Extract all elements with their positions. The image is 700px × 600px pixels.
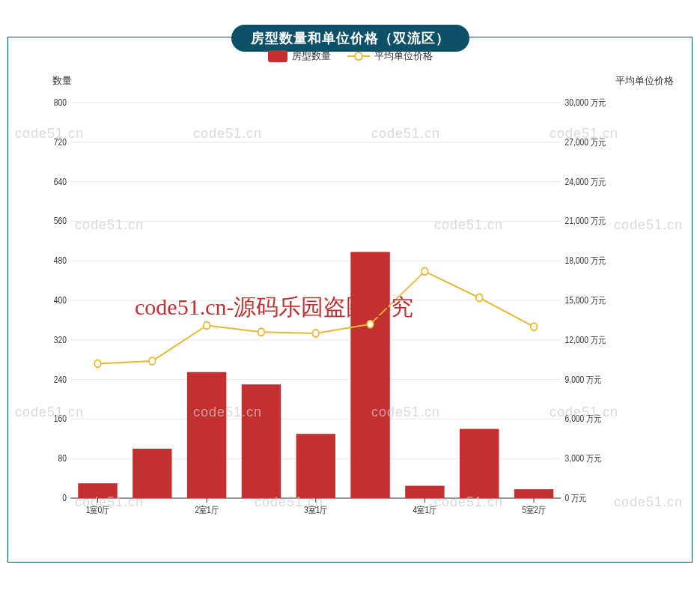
svg-text:0: 0	[62, 493, 67, 503]
svg-text:12,000 万元: 12,000 万元	[565, 335, 606, 345]
line-point[interactable]	[94, 360, 101, 367]
svg-text:400: 400	[54, 295, 67, 305]
svg-text:27,000 万元: 27,000 万元	[565, 137, 606, 147]
svg-text:0 万元: 0 万元	[565, 493, 587, 503]
svg-text:5室2厅: 5室2厅	[522, 505, 546, 515]
bar[interactable]	[405, 486, 444, 499]
svg-text:80: 80	[58, 453, 67, 463]
svg-text:480: 480	[54, 255, 67, 265]
svg-text:30,000 万元: 30,000 万元	[565, 97, 606, 107]
bar[interactable]	[187, 372, 226, 498]
legend: 房型数量 平均单位价格	[268, 49, 433, 63]
svg-text:320: 320	[54, 335, 67, 345]
svg-text:24,000 万元: 24,000 万元	[565, 177, 606, 187]
svg-text:9,000 万元: 9,000 万元	[565, 375, 602, 384]
svg-text:4室1厅: 4室1厅	[413, 505, 437, 515]
svg-text:160: 160	[54, 414, 67, 424]
line-point[interactable]	[367, 321, 374, 328]
svg-text:3室1厅: 3室1厅	[304, 505, 328, 515]
bar[interactable]	[350, 252, 389, 498]
svg-text:800: 800	[54, 97, 67, 107]
bar[interactable]	[460, 429, 499, 498]
plot-area: 0801602403204004805606407208000 万元3,000 …	[49, 94, 625, 522]
chart-title: 房型数量和单位价格（双流区）	[231, 25, 469, 52]
svg-text:1室0厅: 1室0厅	[86, 505, 110, 515]
line-point[interactable]	[531, 323, 538, 330]
chart-svg: 0801602403204004805606407208000 万元3,000 …	[49, 94, 625, 522]
svg-text:720: 720	[54, 137, 67, 147]
chart-container: 房型数量和单位价格（双流区） 房型数量 平均单位价格 数量 平均单位价格 cod…	[0, 0, 700, 600]
line-point[interactable]	[149, 357, 156, 365]
bar-swatch-icon	[268, 50, 287, 62]
line-point[interactable]	[421, 267, 428, 275]
svg-text:240: 240	[54, 375, 67, 384]
line-point[interactable]	[204, 321, 210, 329]
svg-text:2室1厅: 2室1厅	[195, 505, 219, 515]
legend-item-bar[interactable]: 房型数量	[268, 49, 331, 63]
bar[interactable]	[133, 449, 171, 498]
legend-bar-label: 房型数量	[292, 49, 331, 63]
line-point[interactable]	[476, 294, 483, 301]
legend-item-line[interactable]: 平均单位价格	[347, 49, 433, 63]
svg-text:21,000 万元: 21,000 万元	[565, 216, 606, 226]
svg-point-1	[355, 52, 362, 60]
svg-text:18,000 万元: 18,000 万元	[565, 255, 606, 265]
svg-text:15,000 万元: 15,000 万元	[565, 295, 606, 305]
y-left-axis-title: 数量	[52, 74, 72, 88]
line-point[interactable]	[258, 328, 265, 336]
line-swatch-icon	[347, 51, 370, 61]
svg-text:6,000 万元: 6,000 万元	[565, 414, 602, 424]
legend-line-label: 平均单位价格	[374, 49, 433, 63]
bar[interactable]	[242, 384, 281, 498]
bar[interactable]	[296, 434, 335, 498]
bar[interactable]	[514, 489, 553, 498]
bar[interactable]	[78, 483, 117, 498]
svg-text:640: 640	[54, 177, 67, 187]
y-right-axis-title: 平均单位价格	[615, 74, 674, 88]
svg-text:560: 560	[54, 216, 67, 226]
svg-text:3,000 万元: 3,000 万元	[565, 453, 602, 463]
line-point[interactable]	[312, 330, 319, 337]
